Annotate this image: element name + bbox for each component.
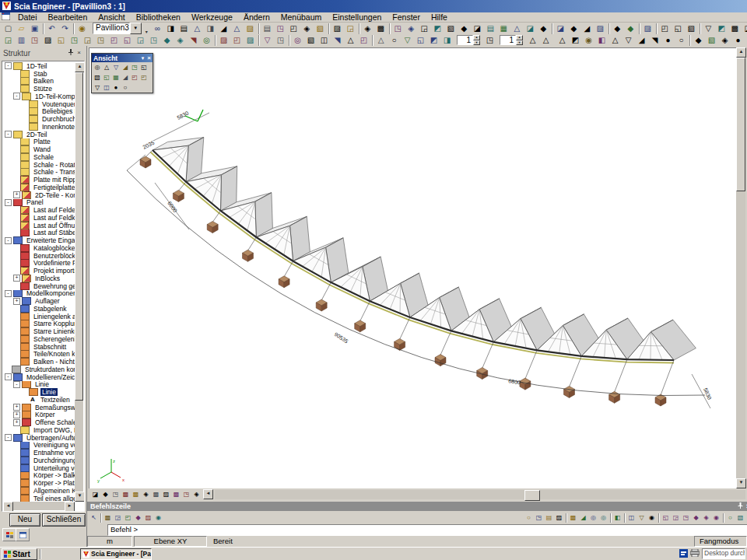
copy-rotate-icon[interactable]: ▧ — [304, 35, 317, 46]
expand-icon[interactable]: + — [13, 404, 20, 411]
pt-4-icon[interactable]: ◆ — [691, 513, 701, 523]
menu-item-menbaum[interactable]: Menübaum — [275, 12, 328, 22]
geom-polyline-icon[interactable]: ○ — [388, 35, 401, 46]
geom-circle-icon[interactable]: ◱ — [414, 35, 427, 46]
clip-2-icon[interactable]: ○ — [121, 83, 130, 92]
cursor-track-icon[interactable]: ◧ — [612, 513, 622, 523]
viewport-vscroll-thumb[interactable] — [736, 58, 745, 191]
sel-b-icon[interactable]: ◱ — [121, 35, 134, 46]
copy-scale-icon[interactable]: △ — [344, 35, 357, 46]
win-tile-icon[interactable]: ◆ — [567, 23, 580, 34]
view-back-icon[interactable]: ▧ — [444, 23, 458, 34]
undo-icon[interactable]: ↶ — [45, 23, 58, 34]
win-horz-icon[interactable]: ◢ — [580, 23, 594, 34]
node-f-icon[interactable]: ○ — [675, 35, 688, 46]
clip-view-icon[interactable]: △ — [191, 23, 204, 34]
snap-mode-cell[interactable]: Fangmodus — [694, 536, 747, 547]
zoom-axo-icon[interactable]: ◢ — [121, 63, 130, 72]
layer-a-icon[interactable]: ◰ — [658, 23, 672, 34]
scroll-down-icon[interactable]: ▼ — [75, 492, 85, 502]
gallery-icon[interactable]: ◰ — [287, 23, 300, 34]
zoom-doc-icon[interactable]: ◲ — [344, 23, 357, 34]
snap-int-icon[interactable]: ◆ — [133, 513, 143, 523]
tree-item-starre-linienkopplungen[interactable]: Starre Linienkopplungen — [3, 327, 75, 335]
ucs-set-icon[interactable]: △ — [539, 35, 552, 46]
snap-ortho-icon[interactable]: ◉ — [153, 513, 163, 523]
view-front-icon[interactable]: ◈ — [405, 23, 418, 34]
tree-item-starre-kopplungen[interactable]: Starre Kopplungen — [3, 320, 75, 328]
zoom-all-icon[interactable]: ◢ — [121, 73, 130, 82]
tree-item-2d-teile-komponenten[interactable]: +2D-Teile - Komponenten — [3, 191, 75, 199]
tree-item-voutenquerschnitt[interactable]: Voutenquerschnitt — [3, 100, 75, 108]
viewport-hscroll-thumb[interactable] — [524, 490, 540, 501]
dock-tab-structure[interactable] — [2, 528, 16, 541]
beam-v-icon[interactable]: ◩ — [569, 35, 582, 46]
collapse-icon[interactable]: - — [5, 237, 12, 244]
func-ft-icon[interactable]: ▩ — [728, 23, 742, 34]
shade-small-icon[interactable]: ◳ — [110, 490, 121, 499]
tree-vscrollbar[interactable]: ▲ ▼ — [75, 62, 83, 502]
axes-3d-icon[interactable]: △ — [526, 35, 539, 46]
tree-item-bewehrung-gemäß-vorlage[interactable]: Bewehrung gemäß Vorlage — [3, 282, 75, 290]
sel-a-icon[interactable]: ◰ — [107, 35, 121, 46]
zoom-in-icon[interactable]: ▧ — [93, 73, 102, 82]
grid-line-icon[interactable]: ▽ — [637, 513, 647, 523]
text-small-icon[interactable]: ▩ — [151, 490, 161, 499]
filter-alt-icon[interactable]: ● — [731, 35, 745, 46]
tree-item-vordefinierte-formen[interactable]: Vordefinierte Formen — [3, 260, 75, 268]
tree-item-bemaßungswerkzeuge[interactable]: +Bemaßungswerkzeuge — [3, 404, 75, 411]
level-small-icon[interactable]: ▩ — [131, 490, 141, 499]
pt-6-icon[interactable]: ◉ — [711, 513, 721, 523]
sel-arrow-icon[interactable]: ◎ — [200, 35, 213, 46]
tree-item-1d-teil-komponenten[interactable]: -1D-Teil-Komponenten — [3, 93, 75, 100]
tree-item-entnahme-von-körpern[interactable]: Entnahme von Körpern — [3, 449, 75, 457]
scroll-down-icon[interactable]: ▼ — [736, 478, 746, 488]
tree-item-offene-schale[interactable]: +Offene Schale — [3, 418, 75, 426]
tree-item-übertragen-aufteilen-verbinden[interactable]: -Übertragen/Aufteilen/Verbinden — [3, 434, 75, 442]
view-right-icon[interactable]: ▤ — [484, 23, 497, 34]
activity-filter-icon[interactable]: ◳ — [483, 35, 496, 46]
pavilion-structure[interactable] — [140, 138, 696, 406]
neu-button[interactable]: Neu — [9, 513, 40, 527]
close-icon[interactable]: × — [147, 54, 151, 61]
chevron-down-icon[interactable]: ▼ — [138, 56, 147, 61]
view-top-icon[interactable]: ◳ — [391, 23, 405, 34]
lock-small-icon[interactable]: ◈ — [191, 490, 202, 499]
view-axo-icon[interactable]: ◩ — [431, 23, 444, 34]
viewport-hscrollbar[interactable] — [215, 490, 745, 499]
col-v-icon[interactable]: ◧ — [595, 35, 608, 46]
col-h-icon[interactable]: ◉ — [582, 35, 595, 46]
task-button-scia[interactable]: Scia Engineer - [Pavill... — [80, 548, 152, 560]
menu-item-werkzeuge[interactable]: Werkzeuge — [186, 12, 238, 22]
node-add-icon[interactable]: ◢ — [578, 513, 588, 523]
persp-small-icon[interactable]: ◪ — [90, 490, 100, 499]
plane-uv-icon[interactable]: ▧ — [735, 513, 745, 523]
folder-view-icon[interactable]: ◨ — [204, 23, 217, 34]
tree-item-stütze[interactable]: Stütze — [3, 85, 75, 93]
window-split-icon[interactable]: ▨ — [244, 23, 257, 34]
node-del-icon[interactable]: ◎ — [588, 513, 598, 523]
activity-spinner[interactable]: 1 ▲▼ — [457, 35, 480, 45]
print-preview-icon[interactable]: ◳ — [274, 23, 287, 34]
angle-small-icon[interactable]: ▩ — [121, 490, 131, 499]
layers-small-icon[interactable]: ▨ — [161, 490, 171, 499]
tree-item-1d-teil[interactable]: -1D-Teil — [3, 62, 75, 70]
pt-1-icon[interactable]: ◱ — [661, 513, 671, 523]
pointer-select-icon[interactable]: ↖ — [89, 513, 99, 523]
tree-hscrollbar[interactable]: ◄ ► — [3, 502, 75, 510]
sel-f-icon[interactable]: ◈ — [174, 35, 187, 46]
copy-move-icon[interactable]: ◎ — [291, 35, 304, 46]
clipboard-copy-icon[interactable]: ◈ — [361, 23, 374, 34]
doc-edit-icon[interactable]: ▧ — [314, 23, 327, 34]
export-pic-icon[interactable]: ◩ — [715, 23, 728, 34]
tree-item-last-auf-öffnungskanten[interactable]: Last auf Öffnungskanten — [3, 222, 75, 229]
delete-x-icon[interactable]: ◆ — [624, 23, 637, 34]
export-alt-icon[interactable]: ▧ — [705, 35, 718, 46]
open-icon[interactable]: ▱ — [15, 23, 28, 34]
tree-item-fertigteilplatte[interactable]: Fertigteilplatte — [3, 184, 75, 191]
geom-arc-icon[interactable]: ◩ — [427, 35, 440, 46]
tree-vscroll-thumb[interactable] — [75, 72, 83, 401]
chain-off-icon[interactable]: ◳ — [274, 35, 287, 46]
tray-language-icon[interactable] — [679, 549, 688, 559]
zoom-window-icon[interactable]: ◱ — [139, 63, 149, 72]
